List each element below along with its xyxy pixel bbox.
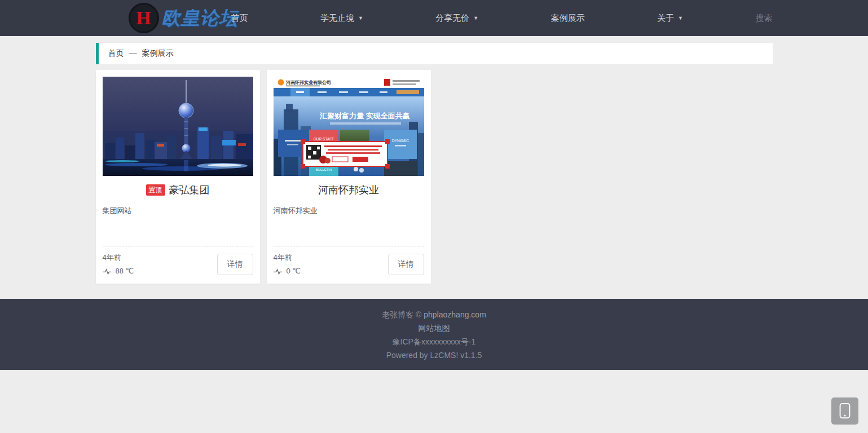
nav-item-label: 关于	[657, 13, 674, 24]
breadcrumb-separator: —	[129, 48, 137, 58]
pulse-icon	[274, 268, 284, 275]
search-trigger[interactable]: 搜索	[755, 13, 772, 24]
card-thumbnail-shanghai-skyline[interactable]	[103, 77, 253, 176]
mobile-view-button[interactable]	[831, 397, 858, 425]
breadcrumb-current: 案例展示	[142, 48, 174, 58]
nav-item-learning[interactable]: 学无止境 ▼	[320, 13, 363, 24]
card-time: 4年前	[103, 251, 134, 264]
main-nav: 首页 学无止境 ▼ 分享无价 ▼ 案例展示 关于 ▼ 搜索	[231, 0, 773, 36]
card-temperature: 88 ℃	[116, 264, 134, 278]
breadcrumb-home-link[interactable]: 首页	[108, 48, 124, 58]
logo-title: 欧皇论坛	[162, 6, 239, 31]
nav-item-label: 案例展示	[551, 13, 585, 24]
chevron-down-icon: ▼	[473, 16, 478, 21]
card-title-text: 河南怀邦实业	[318, 183, 379, 197]
footer-copyright: 老张博客 ©	[382, 310, 421, 319]
footer-sitemap-link[interactable]: 网站地图	[418, 324, 450, 333]
nav-item-label: 学无止境	[320, 13, 354, 24]
card-title-text: 豪弘集团	[169, 183, 210, 197]
detail-button[interactable]: 详情	[388, 254, 424, 275]
pinned-badge: 置顶	[146, 184, 165, 196]
card-footer: 4年前 0 ℃ 详情	[274, 246, 424, 278]
footer-icp-number: 豫ICP备xxxxxxxxxx号-1	[393, 337, 476, 346]
card-thumbnail-corporate-site[interactable]: 河南怀邦实业有限公司 汇聚财富力量 实现全	[274, 77, 424, 176]
chevron-down-icon: ▼	[358, 16, 363, 21]
case-card-list: 置顶 豪弘集团 集团网站 4年前 88 ℃ 详情	[96, 70, 773, 284]
nav-item-label: 首页	[231, 13, 248, 24]
card-description: 集团网站	[103, 206, 253, 216]
card-temperature: 0 ℃	[287, 264, 301, 278]
thumb-headline: 汇聚财富力量 实现全面共赢	[319, 112, 410, 120]
shanghai-skyline-image	[103, 77, 253, 176]
corporate-website-image: 河南怀邦实业有限公司 汇聚财富力量 实现全	[274, 77, 424, 176]
nav-item-label: 分享无价	[435, 13, 469, 24]
thumb-tile-dynamic: DYNAMIC	[392, 139, 409, 143]
footer-site-link[interactable]: phplaozhang.com	[424, 310, 486, 319]
top-navbar: H 欧皇论坛 首页 学无止境 ▼ 分享无价 ▼ 案例展示 关于 ▼ 搜索	[0, 0, 868, 36]
chevron-down-icon: ▼	[678, 16, 683, 21]
page-footer: 老张博客 © phplaozhang.com 网站地图 豫ICP备xxxxxxx…	[0, 299, 868, 370]
mobile-phone-icon	[836, 402, 853, 420]
card-title-link[interactable]: 置顶 豪弘集团	[103, 183, 253, 197]
nav-item-about[interactable]: 关于 ▼	[657, 13, 683, 24]
card-title-link[interactable]: 河南怀邦实业	[274, 183, 424, 197]
nav-item-sharing[interactable]: 分享无价 ▼	[435, 13, 478, 24]
card-footer: 4年前 88 ℃ 详情	[103, 246, 253, 278]
site-logo[interactable]: H 欧皇论坛	[129, 2, 239, 34]
nav-item-cases[interactable]: 案例展示	[551, 13, 585, 24]
nav-item-home[interactable]: 首页	[231, 13, 248, 24]
case-card: 河南怀邦实业有限公司 汇聚财富力量 实现全	[267, 70, 431, 284]
thumb-tile-staff: OUR STAFF	[313, 137, 333, 141]
logo-emblem-icon: H	[129, 3, 159, 33]
thumb-company-name: 河南怀邦实业有限公司	[285, 79, 331, 85]
card-description: 河南怀邦实业	[274, 206, 424, 216]
card-time: 4年前	[274, 251, 301, 264]
thumb-tile-bulletin: BULLETIN	[315, 168, 332, 171]
detail-button[interactable]: 详情	[217, 254, 253, 275]
pulse-icon	[103, 268, 113, 275]
breadcrumb: 首页—案例展示	[96, 43, 773, 64]
case-card: 置顶 豪弘集团 集团网站 4年前 88 ℃ 详情	[96, 70, 260, 284]
footer-powered-by: Powered by LzCMS! v1.1.5	[386, 351, 482, 360]
